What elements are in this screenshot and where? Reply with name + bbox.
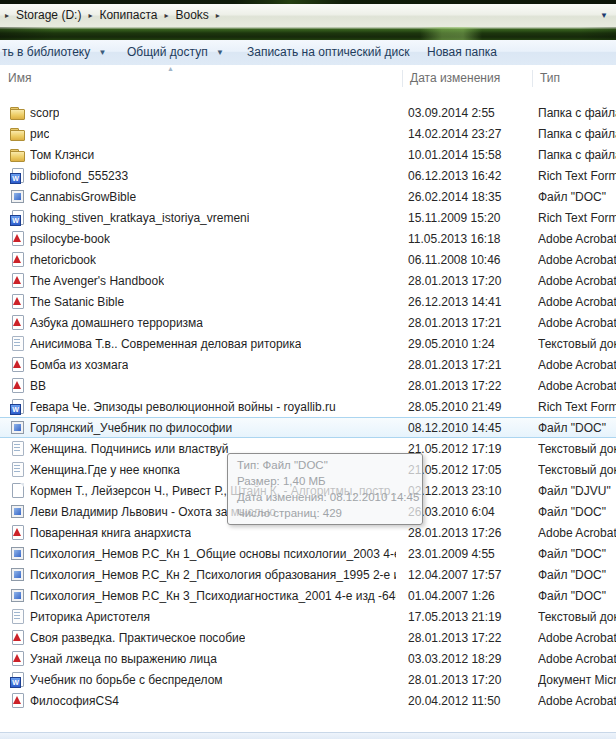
file-name: bibliofond_555233 <box>30 169 128 183</box>
address-dropdown-icon[interactable]: ▼ <box>600 4 608 27</box>
file-type: Adobe Acrobat <box>538 316 616 330</box>
file-date: 28.01.2013 17:21 <box>408 358 530 372</box>
file-date: 28.01.2013 17:21 <box>408 316 530 330</box>
pdf-document-icon <box>10 294 26 310</box>
breadcrumb-arrow-icon[interactable]: ▸ <box>159 4 173 27</box>
file-type: Rich Text Forma <box>538 211 616 225</box>
file-row[interactable]: Поваренная книга анархиста28.01.2013 17:… <box>0 522 616 543</box>
breadcrumb-arrow-icon[interactable]: ▸ <box>211 4 225 27</box>
text-document-icon <box>10 441 26 457</box>
word-document-icon <box>10 168 26 184</box>
file-type: Adobe Acrobat <box>538 694 616 708</box>
file-row[interactable]: rhetoricbook06.11.2008 10:46Adobe Acroba… <box>0 249 616 270</box>
file-date: 11.05.2013 16:18 <box>408 232 530 246</box>
file-type: Adobe Acrobat <box>538 358 616 372</box>
file-row[interactable]: Своя разведка. Практическое пособие28.01… <box>0 627 616 648</box>
file-row[interactable]: Психология_Немов Р.С_Кн 1_Общие основы п… <box>0 543 616 564</box>
file-row[interactable]: Бомба из хозмага28.01.2013 17:21Adobe Ac… <box>0 354 616 375</box>
file-date: 02.12.2013 23:10 <box>408 484 530 498</box>
toolbar-new-folder-button[interactable]: Новая папка <box>427 40 497 64</box>
text-document-icon <box>10 336 26 352</box>
file-date: 17.05.2013 21:19 <box>408 610 530 624</box>
toolbar-burn-disc-button[interactable]: Записать на оптический диск <box>247 40 410 64</box>
file-date: 06.12.2013 16:42 <box>408 169 530 183</box>
file-row[interactable]: BB28.01.2013 17:22Adobe Acrobat <box>0 375 616 396</box>
doc-file-icon <box>10 588 26 604</box>
breadcrumb-item-drive[interactable]: Storage (D:) <box>14 4 83 27</box>
file-date: 08.12.2010 14:45 <box>408 421 530 435</box>
file-row[interactable]: The Avenger's Handbook28.01.2013 17:20Ad… <box>0 270 616 291</box>
file-date: 03.03.2012 18:29 <box>408 652 530 666</box>
file-row[interactable]: psilocybe-book11.05.2013 16:18Adobe Acro… <box>0 228 616 249</box>
file-type: Текстовый док <box>538 610 616 624</box>
toolbar-add-to-library-button[interactable]: ть в библиотеку ▼ <box>2 40 107 65</box>
djvu-file-icon <box>10 483 26 499</box>
file-date: 28.01.2013 17:22 <box>408 631 530 645</box>
file-date: 21.05.2012 17:05 <box>408 463 530 477</box>
file-row[interactable]: Азбука домашнего терроризма28.01.2013 17… <box>0 312 616 333</box>
file-date: 28.01.2013 17:22 <box>408 379 530 393</box>
file-row[interactable]: scorp03.09.2014 2:55Папка с файла <box>0 102 616 123</box>
column-header-name[interactable]: Имя <box>8 65 31 92</box>
file-row[interactable]: Риторика Аристотеля17.05.2013 21:19Текст… <box>0 606 616 627</box>
doc-file-icon <box>10 420 26 436</box>
breadcrumb-arrow-icon[interactable]: ▸ <box>0 4 14 27</box>
file-name: BB <box>30 379 46 393</box>
file-row[interactable]: Психология_Немов Р.С_Кн 2_Психология обр… <box>0 564 616 585</box>
file-row[interactable]: hoking_stiven_kratkaya_istoriya_vremeni1… <box>0 207 616 228</box>
infotip-pages-line: Число страниц: 429 <box>237 505 413 521</box>
doc-file-icon <box>10 546 26 562</box>
file-row[interactable]: Гевара Че. Эпизоды революционной войны -… <box>0 396 616 417</box>
file-row[interactable]: Узнай лжеца по выражению лица03.03.2012 … <box>0 648 616 669</box>
column-header-date[interactable]: Дата изменения <box>410 65 500 92</box>
file-name: Горлянский_Учебник по философии <box>30 421 232 435</box>
column-header-row: ▲ Имя Дата изменения Тип <box>0 65 616 92</box>
file-row[interactable]: bibliofond_55523306.12.2013 16:42Rich Te… <box>0 165 616 186</box>
file-name: scorp <box>30 106 59 120</box>
file-row[interactable]: Учебник по борьбе с беспределом28.01.201… <box>0 669 616 690</box>
file-row[interactable]: Анисимова Т.в.. Современная деловая рито… <box>0 333 616 354</box>
file-row[interactable]: The Satanic Bible26.12.2013 14:41Adobe A… <box>0 291 616 312</box>
file-type: Файл "DOC" <box>538 421 616 435</box>
pdf-document-icon <box>10 357 26 373</box>
file-date: 03.09.2014 2:55 <box>408 106 530 120</box>
file-date: 26.02.2014 18:35 <box>408 190 530 204</box>
doc-file-icon <box>10 504 26 520</box>
file-row[interactable]: Горлянский_Учебник по философии08.12.201… <box>0 417 616 438</box>
column-separator[interactable] <box>402 70 403 87</box>
file-date: 20.04.2012 11:50 <box>408 694 530 708</box>
toolbar-share-button[interactable]: Общий доступ ▼ <box>127 40 224 65</box>
folder-icon <box>10 105 26 121</box>
file-type: Adobe Acrobat <box>538 232 616 246</box>
file-name: Азбука домашнего терроризма <box>30 316 203 330</box>
file-row[interactable]: рис14.02.2014 23:27Папка с файла <box>0 123 616 144</box>
file-type: Текстовый док <box>538 337 616 351</box>
file-name: psilocybe-book <box>30 232 110 246</box>
file-name: рис <box>30 127 49 141</box>
file-date: 29.05.2010 1:24 <box>408 337 530 351</box>
breadcrumb-item-folder[interactable]: Копипаста <box>97 4 159 27</box>
command-toolbar: ть в библиотеку ▼ Общий доступ ▼ Записат… <box>0 40 616 66</box>
address-bar[interactable]: ▸ Storage (D:) ▸ Копипаста ▸ Books ▸ ▼ <box>0 4 616 28</box>
breadcrumb-item-current[interactable]: Books <box>173 4 210 27</box>
file-name: Бомба из хозмага <box>30 358 128 372</box>
breadcrumb-arrow-icon[interactable]: ▸ <box>83 4 97 27</box>
file-date: 28.01.2013 17:26 <box>408 526 530 540</box>
file-name: Психология_Немов Р.С_Кн 3_Психодиагности… <box>30 589 396 603</box>
file-name: rhetoricbook <box>30 253 96 267</box>
file-type: Папка с файла <box>538 148 616 162</box>
word-document-icon <box>10 399 26 415</box>
file-row[interactable]: ФилософияCS420.04.2012 11:50Adobe Acroba… <box>0 690 616 711</box>
column-separator[interactable] <box>532 70 533 87</box>
file-type: Файл "DOC" <box>538 190 616 204</box>
toolbar-item-label: Общий доступ <box>127 45 208 59</box>
column-header-type[interactable]: Тип <box>540 65 560 92</box>
file-browser-content: ▲ Имя Дата изменения Тип scorp03.09.2014… <box>0 65 616 732</box>
file-type: Adobe Acrobat <box>538 652 616 666</box>
file-row[interactable]: Психология_Немов Р.С_Кн 3_Психодиагности… <box>0 585 616 606</box>
file-type: Текстовый док <box>538 463 616 477</box>
file-date: 23.01.2009 4:55 <box>408 547 530 561</box>
file-row[interactable]: CannabisGrowBible26.02.2014 18:35Файл "D… <box>0 186 616 207</box>
file-row[interactable]: Том Клэнси10.01.2014 15:58Папка с файла <box>0 144 616 165</box>
word-document-icon <box>10 672 26 688</box>
